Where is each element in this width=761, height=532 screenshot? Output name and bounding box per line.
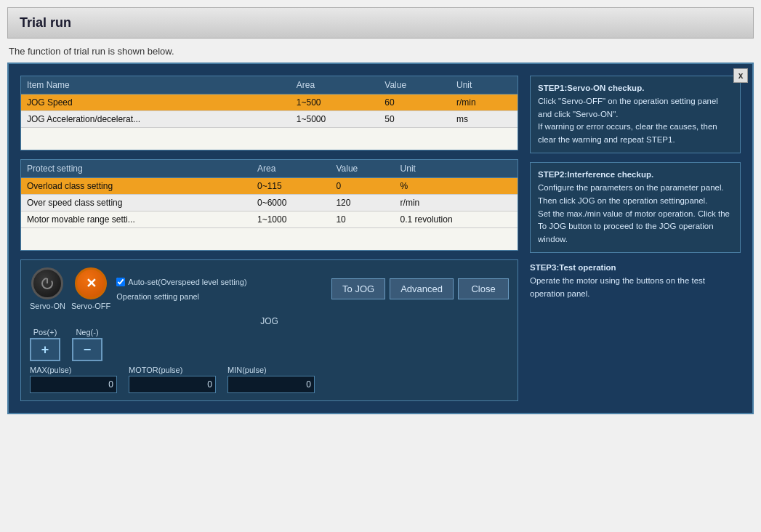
- table-row[interactable]: Overload class setting0~1150%: [21, 178, 518, 195]
- step1-text: STEP1:Servo-ON checkup. Click "Servo-OFF…: [538, 82, 733, 147]
- col-value: Value: [379, 76, 451, 94]
- table-cell: Motor movable range setti...: [21, 211, 251, 228]
- main-panel: x Item Name Area Value Unit JOG Speed1~5…: [7, 63, 754, 414]
- table-cell: 50: [379, 111, 451, 128]
- to-jog-button[interactable]: To JOG: [331, 278, 385, 299]
- table-cell: Overload class setting: [21, 178, 251, 195]
- servo-on-label: Servo-ON: [30, 302, 65, 310]
- power-icon: [40, 276, 55, 291]
- max-pulse-label: MAX(pulse): [30, 366, 117, 374]
- protect-settings-table: Protect setting Area Value Unit Overload…: [20, 159, 518, 251]
- table-cell: 0~6000: [251, 195, 330, 211]
- table-cell: r/min: [451, 94, 518, 111]
- jog-title: JOG: [30, 316, 509, 326]
- col-item-name: Item Name: [21, 76, 291, 94]
- jog-section: JOG Pos(+) + Neg(-) −: [30, 316, 509, 361]
- motor-pulse-label: MOTOR(pulse): [129, 366, 216, 374]
- table-cell: JOG Acceleration/decelerat...: [21, 111, 291, 128]
- table-cell: 1~1000: [251, 211, 330, 228]
- step1-block: STEP1:Servo-ON checkup. Click "Servo-OFF…: [530, 76, 741, 153]
- jog-neg-group: Neg(-) −: [72, 328, 102, 361]
- auto-set-checkbox-label[interactable]: Auto-set(Overspeed level setting): [116, 278, 327, 286]
- pulse-section: MAX(pulse) MOTOR(pulse) MIN(pulse): [30, 366, 509, 393]
- col-unit: Unit: [451, 76, 518, 94]
- jog-minus-button[interactable]: −: [72, 338, 102, 361]
- jog-settings-table: Item Name Area Value Unit JOG Speed1~500…: [20, 76, 518, 150]
- servo-off-button[interactable]: ✕: [75, 267, 107, 299]
- table-cell: 0~115: [251, 178, 330, 195]
- x-icon: ✕: [86, 275, 97, 291]
- table-cell: 1~500: [291, 94, 379, 111]
- min-pulse-group: MIN(pulse): [228, 366, 315, 393]
- table-cell: r/min: [395, 195, 518, 211]
- title-bar: Trial run: [7, 7, 754, 39]
- page-title: Trial run: [20, 15, 741, 31]
- table-row[interactable]: Motor movable range setti...1~1000100.1 …: [21, 211, 518, 228]
- control-panel: Servo-ON ✕ Servo-OFF Auto-set(Overspeed …: [20, 259, 518, 401]
- auto-set-checkbox[interactable]: [116, 278, 125, 286]
- col-unit2: Unit: [395, 160, 518, 178]
- motor-pulse-input[interactable]: [129, 376, 216, 393]
- jog-neg-label: Neg(-): [76, 328, 98, 336]
- jog-pos-group: Pos(+) +: [30, 328, 60, 361]
- col-area: Area: [291, 76, 379, 94]
- table-row[interactable]: JOG Speed1~50060r/min: [21, 94, 518, 111]
- action-buttons: To JOG Advanced Close: [331, 278, 509, 299]
- min-pulse-label: MIN(pulse): [228, 366, 315, 374]
- table-cell: ms: [451, 111, 518, 128]
- servo-on-button[interactable]: [31, 267, 63, 299]
- col-area2: Area: [251, 160, 330, 178]
- op-panel-label: Operation setting panel: [116, 292, 327, 301]
- table-cell: 0: [330, 178, 394, 195]
- auto-set-row: Auto-set(Overspeed level setting) Operat…: [116, 278, 509, 301]
- left-panel: Item Name Area Value Unit JOG Speed1~500…: [20, 76, 518, 401]
- advanced-button[interactable]: Advanced: [390, 278, 454, 299]
- step1-body: Click "Servo-OFF" on the operation setti…: [538, 97, 718, 144]
- step2-title: STEP2:Interference checkup.: [538, 170, 653, 179]
- col-value2: Value: [330, 160, 394, 178]
- servo-on-group: Servo-ON: [30, 267, 65, 310]
- table-cell: 0.1 revolution: [395, 211, 518, 228]
- max-pulse-group: MAX(pulse): [30, 366, 117, 393]
- table-row[interactable]: JOG Acceleration/decelerat...1~500050ms: [21, 111, 518, 128]
- panel-close-button[interactable]: x: [733, 68, 748, 83]
- table-cell: 120: [330, 195, 394, 211]
- close-button[interactable]: Close: [458, 278, 509, 299]
- servo-off-label: Servo-OFF: [71, 302, 110, 310]
- step1-title: STEP1:Servo-ON checkup.: [538, 84, 644, 92]
- table-cell: 60: [379, 94, 451, 111]
- max-pulse-input[interactable]: [30, 376, 117, 393]
- table-cell: JOG Speed: [21, 94, 291, 111]
- auto-set-text: Auto-set(Overspeed level setting): [128, 278, 246, 286]
- step2-body: Configure the parameters on the paramete…: [538, 183, 730, 243]
- step3-title: STEP3:Test operation: [530, 263, 616, 272]
- servo-off-group: ✕ Servo-OFF: [71, 267, 110, 310]
- table-cell: %: [395, 178, 518, 195]
- step2-block: STEP2:Interference checkup. Configure th…: [530, 162, 741, 253]
- step3-text: STEP3:Test operation Operate the motor u…: [530, 262, 741, 300]
- page-subtitle: The function of trial run is shown below…: [7, 46, 754, 57]
- jog-pos-neg: Pos(+) + Neg(-) −: [30, 328, 509, 361]
- motor-pulse-group: MOTOR(pulse): [129, 366, 216, 393]
- table-row[interactable]: Over speed class setting0~6000120r/min: [21, 195, 518, 211]
- table-cell: 10: [330, 211, 394, 228]
- step2-text: STEP2:Interference checkup. Configure th…: [538, 169, 733, 246]
- table-cell: Over speed class setting: [21, 195, 251, 211]
- col-protect-setting: Protect setting: [21, 160, 251, 178]
- step3-body: Operate the motor using the buttons on t…: [530, 276, 705, 298]
- jog-plus-button[interactable]: +: [30, 338, 60, 361]
- table-cell: 1~5000: [291, 111, 379, 128]
- step3-container: STEP3:Test operation Operate the motor u…: [530, 262, 741, 300]
- right-panel: STEP1:Servo-ON checkup. Click "Servo-OFF…: [530, 76, 741, 401]
- min-pulse-input[interactable]: [228, 376, 315, 393]
- jog-pos-label: Pos(+): [33, 328, 57, 336]
